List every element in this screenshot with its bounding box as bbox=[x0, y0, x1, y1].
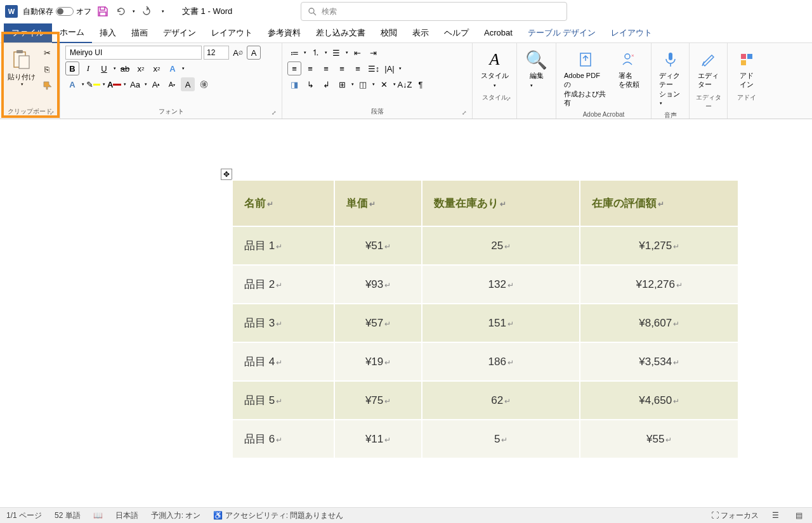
table-cell[interactable]: 62↵ bbox=[422, 381, 580, 420]
table-cell[interactable]: 186↵ bbox=[422, 342, 580, 381]
header-value[interactable]: 在庫の評価額↵ bbox=[580, 180, 738, 226]
document-area[interactable]: ✥ 名前↵ 単価↵ 数量在庫あり↵ 在庫の評価額↵ 品目 1↵¥51↵25↵¥1… bbox=[0, 119, 812, 507]
status-page[interactable]: 1/1 ページ bbox=[6, 510, 42, 521]
table-cell[interactable]: ¥4,650↵ bbox=[580, 381, 738, 420]
dictate-button[interactable]: ディクテーション ▾ bbox=[657, 46, 684, 110]
tab-references[interactable]: 参考資料 bbox=[260, 23, 308, 42]
styles-button[interactable]: A スタイル▾ bbox=[478, 46, 511, 92]
table-cell[interactable]: 151↵ bbox=[422, 304, 580, 342]
ltr-button[interactable]: ↳ bbox=[303, 77, 317, 91]
rtl-button[interactable]: ↲ bbox=[319, 77, 333, 91]
undo-dropdown[interactable]: ▾ bbox=[133, 9, 135, 14]
show-marks-button[interactable]: ¶ bbox=[414, 77, 428, 91]
subscript-button[interactable]: x2 bbox=[134, 61, 148, 75]
font-size-select[interactable] bbox=[204, 46, 229, 60]
tab-home[interactable]: ホーム bbox=[52, 23, 92, 43]
table-cell[interactable]: ¥19↵ bbox=[334, 342, 422, 381]
tab-design[interactable]: デザイン bbox=[155, 23, 204, 42]
copy-button[interactable]: ⎘ bbox=[40, 62, 54, 76]
styles-dialog-launcher[interactable]: ⤢ bbox=[506, 96, 511, 102]
table-row[interactable]: 品目 1↵¥51↵25↵¥1,275↵ bbox=[232, 226, 738, 265]
clipboard-dialog-launcher[interactable]: ⤢ bbox=[49, 110, 55, 116]
change-case-button[interactable]: Aa bbox=[128, 77, 142, 91]
table-cell[interactable]: 25↵ bbox=[422, 226, 580, 265]
table-row[interactable]: 品目 6↵¥11↵5↵¥55↵ bbox=[232, 420, 738, 458]
para-dialog-launcher[interactable]: ⤢ bbox=[462, 110, 467, 116]
table-cell[interactable]: 品目 3↵ bbox=[232, 304, 334, 342]
text-effects-button[interactable]: A bbox=[166, 61, 180, 75]
italic-button[interactable]: I bbox=[81, 61, 95, 75]
paste-button[interactable]: 貼り付け ▾ bbox=[5, 46, 38, 106]
numbering-button[interactable]: ⒈ bbox=[308, 46, 322, 60]
table-cell[interactable]: ¥1,275↵ bbox=[580, 226, 738, 265]
table-cell[interactable]: ¥11↵ bbox=[334, 420, 422, 458]
align-left-button[interactable]: ≡ bbox=[287, 61, 301, 75]
table-row[interactable]: 品目 4↵¥19↵186↵¥3,534↵ bbox=[232, 342, 738, 381]
font-color-button[interactable]: A bbox=[65, 77, 79, 91]
table-cell[interactable]: 品目 6↵ bbox=[232, 420, 334, 458]
tab-layout[interactable]: レイアウト bbox=[204, 23, 260, 42]
format-painter-button[interactable] bbox=[40, 79, 54, 93]
tab-help[interactable]: ヘルプ bbox=[436, 23, 476, 42]
undo-button[interactable] bbox=[114, 5, 127, 18]
sort-button[interactable]: A↓Z bbox=[398, 77, 412, 91]
table-cell[interactable]: ¥57↵ bbox=[334, 304, 422, 342]
clear-formatting-button[interactable]: A∅ bbox=[231, 46, 245, 60]
table-cell[interactable]: 品目 4↵ bbox=[232, 342, 334, 381]
font-dialog-launcher[interactable]: ⤢ bbox=[272, 110, 277, 116]
font-color2-button[interactable]: A bbox=[107, 77, 121, 91]
qat-customize[interactable]: ▾ bbox=[162, 9, 164, 14]
table-cell[interactable]: ¥75↵ bbox=[334, 381, 422, 420]
char-spacing-button[interactable]: |A| bbox=[383, 61, 396, 75]
toggle-off-icon[interactable] bbox=[56, 7, 74, 16]
phonetic-button[interactable]: A bbox=[181, 77, 195, 91]
shading-button[interactable]: ◨ bbox=[287, 77, 301, 91]
header-name[interactable]: 名前↵ bbox=[232, 180, 334, 226]
enclose-chars-button[interactable]: A bbox=[247, 46, 261, 60]
status-proofing-icon[interactable]: 📖 bbox=[93, 511, 103, 520]
strikethrough-button[interactable]: ab bbox=[118, 61, 132, 75]
align-right-button[interactable]: ≡ bbox=[319, 61, 333, 75]
table-cell[interactable]: ¥93↵ bbox=[334, 265, 422, 304]
superscript-button[interactable]: x2 bbox=[150, 61, 164, 75]
table-row[interactable]: 品目 2↵¥93↵132↵¥12,276↵ bbox=[232, 265, 738, 304]
tab-file[interactable]: ファイル bbox=[4, 23, 52, 42]
fill-button[interactable]: ◫ bbox=[356, 77, 370, 91]
shrink-font-button[interactable]: A▾ bbox=[165, 77, 179, 91]
distribute-button[interactable]: ≡ bbox=[351, 61, 365, 75]
table-cell[interactable]: 5↵ bbox=[422, 420, 580, 458]
char-border-button[interactable]: ㊝ bbox=[197, 77, 211, 91]
status-accessibility[interactable]: ♿ アクセシビリティ: 問題ありません bbox=[213, 510, 343, 521]
table-cell[interactable]: 品目 5↵ bbox=[232, 381, 334, 420]
justify-button[interactable]: ≡ bbox=[335, 61, 349, 75]
editing-button[interactable]: 🔍 編集▾ bbox=[522, 46, 551, 92]
tab-table-design[interactable]: テーブル デザイン bbox=[520, 23, 604, 42]
request-signature-button[interactable]: × 署名を依頼 bbox=[612, 46, 646, 110]
status-words[interactable]: 52 単語 bbox=[55, 510, 81, 521]
table-cell[interactable]: 品目 2↵ bbox=[232, 265, 334, 304]
redo-button[interactable] bbox=[140, 5, 153, 18]
tab-insert[interactable]: 挿入 bbox=[92, 23, 124, 42]
header-qty[interactable]: 数量在庫あり↵ bbox=[422, 180, 580, 226]
font-name-select[interactable] bbox=[65, 46, 202, 60]
underline-button[interactable]: U bbox=[97, 61, 111, 75]
inventory-table[interactable]: 名前↵ 単価↵ 数量在庫あり↵ 在庫の評価額↵ 品目 1↵¥51↵25↵¥1,2… bbox=[232, 179, 739, 459]
save-button[interactable] bbox=[96, 5, 109, 18]
table-cell[interactable]: ¥51↵ bbox=[334, 226, 422, 265]
table-move-handle[interactable]: ✥ bbox=[221, 169, 232, 180]
tab-draw[interactable]: 描画 bbox=[124, 23, 155, 42]
grow-font-button[interactable]: A▴ bbox=[149, 77, 163, 91]
table-row[interactable]: 品目 3↵¥57↵151↵¥8,607↵ bbox=[232, 304, 738, 342]
table-cell[interactable]: 132↵ bbox=[422, 265, 580, 304]
autosave-toggle[interactable]: 自動保存 オフ bbox=[23, 6, 91, 17]
addins-button[interactable]: アドイン bbox=[733, 46, 761, 92]
table-cell[interactable]: ¥8,607↵ bbox=[580, 304, 738, 342]
multilevel-button[interactable]: ☰ bbox=[329, 46, 343, 60]
decrease-indent-button[interactable]: ⇤ bbox=[350, 46, 364, 60]
tab-mailings[interactable]: 差し込み文書 bbox=[308, 23, 373, 42]
status-focus[interactable]: ⛶ フォーカス bbox=[711, 510, 759, 521]
borders-button[interactable]: ⊞ bbox=[335, 77, 349, 91]
editor-button[interactable]: エディター bbox=[695, 46, 722, 92]
create-pdf-button[interactable]: Adobe PDF の作成および共有 bbox=[561, 46, 610, 110]
align-center-button[interactable]: ≡ bbox=[303, 61, 317, 75]
